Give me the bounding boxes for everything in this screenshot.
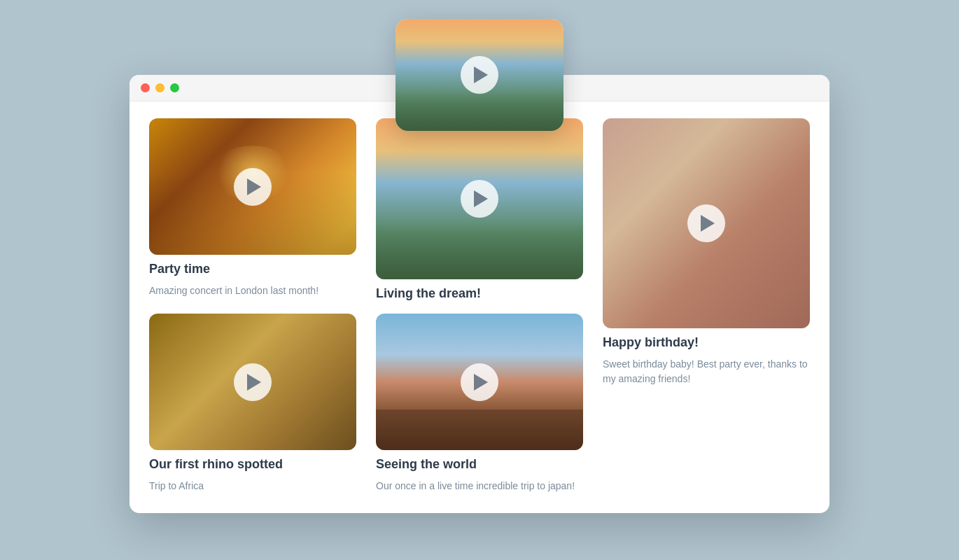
floating-preview-card <box>396 19 564 131</box>
title-living-dream: Living the dream! <box>376 286 583 301</box>
play-icon <box>247 178 261 195</box>
window-wrapper: Party time Amazing concert in London las… <box>130 75 830 513</box>
thumb-birthday[interactable] <box>603 118 810 328</box>
floating-thumb <box>396 19 564 131</box>
thumb-rhino[interactable] <box>149 314 356 450</box>
spacer <box>149 298 356 314</box>
column-middle: Living the dream! Seeing the world Our o… <box>376 118 583 493</box>
close-button[interactable] <box>141 83 150 92</box>
play-button-seeing-world[interactable] <box>461 363 498 401</box>
play-button-rhino[interactable] <box>234 363 272 401</box>
desc-party-time: Amazing concert in London last month! <box>149 284 356 298</box>
card-party-time: Party time Amazing concert in London las… <box>149 118 356 298</box>
title-birthday: Happy birthday! <box>603 335 810 350</box>
play-icon <box>474 66 488 83</box>
content-grid: Party time Amazing concert in London las… <box>130 102 830 513</box>
desc-birthday: Sweet birthday baby! Best party ever, th… <box>603 357 810 386</box>
play-button-party-time[interactable] <box>234 168 272 206</box>
title-rhino: Our first rhino spotted <box>149 457 356 472</box>
desc-seeing-world: Our once in a live time incredible trip … <box>376 479 583 493</box>
play-button-living-dream[interactable] <box>461 180 498 218</box>
play-icon <box>701 215 715 232</box>
play-icon <box>474 374 488 391</box>
desc-rhino: Trip to Africa <box>149 479 356 493</box>
card-rhino: Our first rhino spotted Trip to Africa <box>149 314 356 493</box>
play-button-birthday[interactable] <box>687 204 725 242</box>
play-icon <box>474 190 488 207</box>
thumb-seeing-world[interactable] <box>376 314 583 450</box>
thumb-living-dream[interactable] <box>376 118 583 279</box>
minimize-button[interactable] <box>155 83 164 92</box>
card-birthday: Happy birthday! Sweet birthday baby! Bes… <box>603 118 810 386</box>
floating-play-button[interactable] <box>461 56 498 94</box>
play-icon <box>247 374 261 391</box>
title-seeing-world: Seeing the world <box>376 457 583 472</box>
thumb-party-time[interactable] <box>149 118 356 255</box>
maximize-button[interactable] <box>170 83 179 92</box>
card-living-dream: Living the dream! <box>376 118 583 301</box>
column-left: Party time Amazing concert in London las… <box>149 118 356 493</box>
card-seeing-world: Seeing the world Our once in a live time… <box>376 314 583 493</box>
title-party-time: Party time <box>149 262 356 276</box>
column-right: Happy birthday! Sweet birthday baby! Bes… <box>603 118 810 386</box>
main-window: Party time Amazing concert in London las… <box>130 75 830 513</box>
